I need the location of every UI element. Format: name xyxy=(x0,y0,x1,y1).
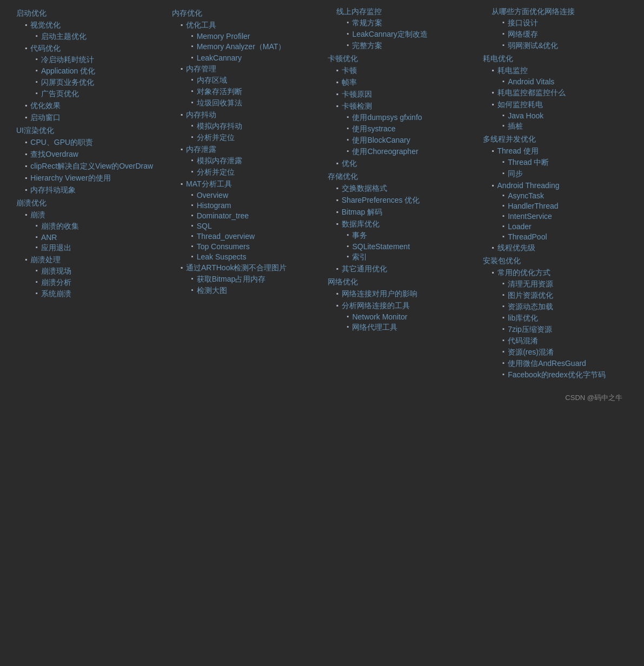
l3-label[interactable]: Network Monitor xyxy=(352,312,407,321)
l2-label[interactable]: 卡顿检测 xyxy=(342,102,372,111)
l1-item[interactable]: 网络优化 xyxy=(328,277,473,287)
l3-label[interactable]: 网络代理工具 xyxy=(352,323,397,332)
l2-label[interactable]: 查找Overdraw xyxy=(30,150,78,159)
l3-label[interactable]: 广告页优化 xyxy=(41,89,79,99)
l3-label[interactable]: Thread_overview xyxy=(197,232,255,241)
l2-label[interactable]: 数据库优化 xyxy=(342,219,380,229)
l3-label[interactable]: 模拟内存抖动 xyxy=(197,122,242,131)
l2-label[interactable]: 崩溃 xyxy=(30,210,45,220)
l2-label[interactable]: 代码优化 xyxy=(30,44,61,54)
l3-label[interactable]: IntentService xyxy=(508,212,552,221)
l2-label[interactable]: SharePreferences 优化 xyxy=(342,196,420,205)
l2-label[interactable]: 从哪些方面优化网络连接 xyxy=(492,7,575,17)
l3-label[interactable]: 启动主题优化 xyxy=(41,32,87,42)
l3-label[interactable]: 内存区域 xyxy=(197,76,227,85)
l2-label[interactable]: 分析网络连接的工具 xyxy=(342,301,410,311)
l2-label[interactable]: 常用的优化方式 xyxy=(497,268,550,278)
l2-label[interactable]: 优化工具 xyxy=(186,21,216,30)
l3-label[interactable]: 垃圾回收算法 xyxy=(197,98,242,108)
l1-item[interactable]: UI渲染优化 xyxy=(16,126,161,136)
l2-label[interactable]: 线上内存监控 xyxy=(336,7,382,17)
l3-label[interactable]: Application 优化 xyxy=(41,66,95,76)
l3-label[interactable]: AsyncTask xyxy=(508,191,544,200)
l2-label[interactable]: Android Threading xyxy=(497,181,560,190)
l3-label[interactable]: 常规方案 xyxy=(352,18,382,28)
l3-label[interactable]: 获取Bitmap占用内存 xyxy=(197,275,266,284)
l3-label[interactable]: 系统崩溃 xyxy=(41,289,71,299)
l1-item[interactable]: 耗电优化 xyxy=(483,54,628,64)
l2-label[interactable]: 其它通用优化 xyxy=(342,264,387,274)
l2-label[interactable]: 交换数据格式 xyxy=(342,184,387,194)
l3-label[interactable]: 插桩 xyxy=(508,122,523,131)
l3-label[interactable]: 使用Choreographer xyxy=(352,147,418,157)
l3-label[interactable]: 事务 xyxy=(352,231,367,241)
l2-label[interactable]: Bitmap 解码 xyxy=(342,208,382,217)
l2-label[interactable]: 内存抖动现象 xyxy=(30,185,76,195)
l3-label[interactable]: 使用BlockCanary xyxy=(352,136,410,145)
l3-label[interactable]: 图片资源优化 xyxy=(508,291,553,301)
l2-label[interactable]: Thread 使用 xyxy=(497,146,539,156)
l3-label[interactable]: 崩溃现场 xyxy=(41,267,71,276)
l2-label[interactable]: 卡顿 xyxy=(342,66,357,76)
l2-label[interactable]: 如何监控耗电 xyxy=(497,100,543,110)
l2-label[interactable]: 通过ARTHook检测不合理图片 xyxy=(186,263,287,273)
l3-label[interactable]: 同步 xyxy=(508,169,523,179)
l1-item[interactable]: 启动优化 xyxy=(16,9,161,18)
l3-label[interactable]: LeakCannary xyxy=(197,54,242,62)
l3-label[interactable]: Histogram xyxy=(197,201,231,210)
l3-label[interactable]: 模拟内存泄露 xyxy=(197,156,242,166)
l3-label[interactable]: ANR xyxy=(41,233,57,242)
l2-label[interactable]: 耗电监控都监控什么 xyxy=(497,88,566,98)
l3-label[interactable]: 使用dumpsys gfxinfo xyxy=(352,113,422,123)
l1-item[interactable]: 多线程并发优化 xyxy=(483,135,628,144)
l3-label[interactable]: Leak Suspects xyxy=(197,252,247,261)
l3-label[interactable]: Loader xyxy=(508,222,532,231)
l3-label[interactable]: 资源(res)混淆 xyxy=(508,348,554,357)
l2-label[interactable]: 崩溃处理 xyxy=(30,255,61,265)
l3-label[interactable]: SQL xyxy=(197,222,212,230)
l3-label[interactable]: 崩溃分析 xyxy=(41,278,71,288)
l3-label[interactable]: Facebook的redex优化字节码 xyxy=(508,370,606,380)
l1-item[interactable]: 存储优化 xyxy=(328,172,473,182)
l3-label[interactable]: Memory Analyzer（MAT） xyxy=(197,42,286,52)
l3-label[interactable]: HandlerThread xyxy=(508,202,558,210)
l1-item[interactable]: 安装包优化 xyxy=(483,256,628,266)
l2-label[interactable]: 内存抖动 xyxy=(186,110,216,120)
l3-label[interactable]: Java Hook xyxy=(508,111,543,120)
l3-label[interactable]: 冷启动耗时统计 xyxy=(41,55,94,65)
l3-label[interactable]: Thread 中断 xyxy=(508,158,549,168)
l2-label[interactable]: Hierarchy Viewer的使用 xyxy=(30,174,110,183)
l3-label[interactable]: Android Vitals xyxy=(508,77,554,86)
l3-label[interactable]: 接口设计 xyxy=(508,18,538,28)
l3-label[interactable]: 7zip压缩资源 xyxy=(508,325,552,335)
l3-label[interactable]: Memory Profiler xyxy=(197,32,250,41)
l3-label[interactable]: Dominator_tree xyxy=(197,211,249,220)
l1-item[interactable]: 内存优化 xyxy=(172,9,317,18)
l1-item[interactable]: 卡顿优化 xyxy=(328,54,473,64)
l3-label[interactable]: 对象存活判断 xyxy=(197,87,242,97)
l2-label[interactable]: 网络连接对用户的影响 xyxy=(342,289,417,299)
l3-label[interactable]: 崩溃的收集 xyxy=(41,222,79,231)
l2-label[interactable]: 内存管理 xyxy=(186,64,216,74)
l2-label[interactable]: clipRect解决自定义View的OverDraw xyxy=(30,162,153,171)
l2-label[interactable]: MAT分析工具 xyxy=(186,179,232,189)
l3-label[interactable]: 分析并定位 xyxy=(197,133,235,143)
l3-label[interactable]: 使用微信AndResGuard xyxy=(508,359,586,369)
l3-label[interactable]: lib库优化 xyxy=(508,314,538,323)
l3-label[interactable]: 清理无用资源 xyxy=(508,279,553,289)
l3-label[interactable]: 闪屏页业务优化 xyxy=(41,78,94,88)
l3-label[interactable]: 应用退出 xyxy=(41,243,71,253)
l3-label[interactable]: 检测大图 xyxy=(197,286,227,296)
l3-label[interactable]: 资源动态加载 xyxy=(508,302,553,312)
l2-label[interactable]: 线程优先级 xyxy=(497,243,535,253)
l2-label[interactable]: 启动窗口 xyxy=(30,113,61,123)
l1-item[interactable]: 崩溃优化 xyxy=(16,198,161,208)
l2-label[interactable]: CPU、GPU的职责 xyxy=(30,138,93,148)
l3-label[interactable]: LeakCannary定制改造 xyxy=(352,30,427,39)
l3-label[interactable]: 完整方案 xyxy=(352,41,382,51)
l3-label[interactable]: 弱网测试&优化 xyxy=(508,41,558,51)
l2-label[interactable]: 视觉优化 xyxy=(30,21,61,30)
l3-label[interactable]: Overview xyxy=(197,191,228,199)
l3-label[interactable]: ThreadPool xyxy=(508,232,547,241)
l2-label[interactable]: 优化 xyxy=(342,159,357,169)
